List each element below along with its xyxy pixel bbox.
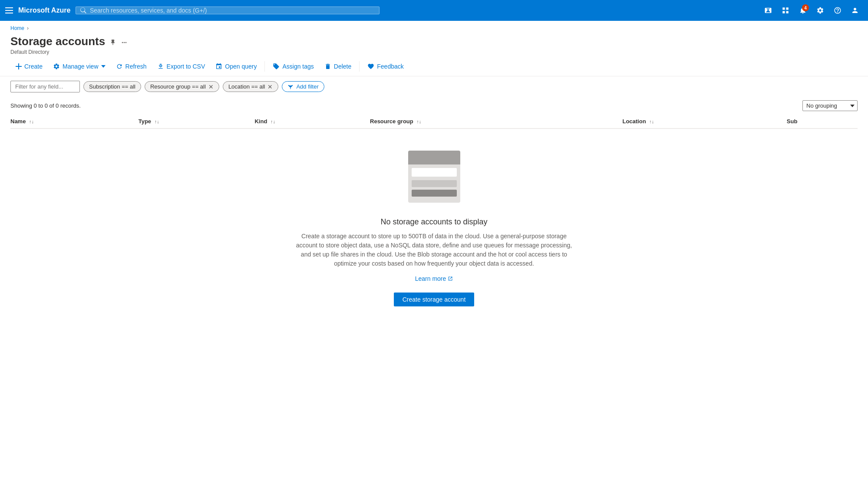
search-icon — [80, 7, 86, 13]
resource-group-filter[interactable]: Resource group == all ✕ — [145, 81, 219, 92]
directory-button[interactable] — [778, 3, 793, 18]
main-content: Home › Storage accounts Default Director… — [0, 21, 868, 490]
breadcrumb-home[interactable]: Home — [10, 25, 24, 31]
create-storage-account-button[interactable]: Create storage account — [394, 293, 475, 306]
notification-badge: 4 — [802, 4, 809, 11]
refresh-button[interactable]: Refresh — [112, 60, 151, 72]
empty-state: No storage accounts to display Create a … — [10, 129, 858, 332]
external-link-icon — [448, 276, 453, 281]
svg-rect-1 — [786, 7, 789, 10]
refresh-icon — [116, 63, 123, 70]
filter-input[interactable] — [10, 81, 80, 92]
location-filter[interactable]: Location == all ✕ — [223, 81, 279, 92]
svg-rect-3 — [786, 11, 789, 13]
help-button[interactable] — [830, 3, 845, 18]
topnav-icons: 4 — [760, 3, 863, 18]
brand-name: Microsoft Azure — [18, 7, 70, 14]
gear-icon — [53, 63, 60, 70]
breadcrumb: Home › — [0, 21, 868, 33]
add-filter-icon — [287, 84, 294, 90]
open-query-button[interactable]: Open query — [211, 60, 261, 72]
svg-rect-2 — [782, 11, 785, 13]
col-name[interactable]: Name ↑↓ — [10, 115, 139, 128]
resource-group-filter-close[interactable]: ✕ — [208, 84, 214, 90]
col-kind[interactable]: Kind ↑↓ — [254, 115, 370, 128]
page-subtitle: Default Directory — [10, 49, 128, 55]
col-location[interactable]: Location ↑↓ — [622, 115, 786, 128]
sort-rg-icon: ↑↓ — [416, 119, 421, 124]
svg-rect-6 — [408, 161, 460, 164]
breadcrumb-separator: › — [27, 25, 29, 31]
delete-icon — [324, 63, 331, 70]
empty-title: No storage accounts to display — [380, 217, 487, 227]
chevron-down-icon — [101, 65, 106, 68]
table-header: Name ↑↓ Type ↑↓ Kind ↑↓ Resource group ↑… — [10, 115, 858, 128]
svg-rect-0 — [782, 7, 785, 10]
col-type[interactable]: Type ↑↓ — [139, 115, 255, 128]
subscription-filter[interactable]: Subscription == all — [83, 81, 141, 92]
svg-rect-9 — [412, 190, 457, 197]
topnav: Microsoft Azure 4 — [0, 0, 868, 21]
export-csv-button[interactable]: Export to CSV — [153, 60, 210, 72]
page-title: Storage accounts — [10, 35, 105, 48]
filter-bar: Subscription == all Resource group == al… — [0, 76, 868, 97]
assign-tags-button[interactable]: Assign tags — [268, 60, 318, 72]
col-resource-group[interactable]: Resource group ↑↓ — [370, 115, 622, 128]
empty-description: Create a storage account to store up to … — [295, 232, 573, 268]
settings-button[interactable] — [812, 3, 828, 18]
manage-view-button[interactable]: Manage view — [49, 60, 110, 72]
toolbar-divider-1 — [264, 61, 265, 72]
data-table: Name ↑↓ Type ↑↓ Kind ↑↓ Resource group ↑… — [10, 115, 858, 129]
feedback-button[interactable]: Feedback — [363, 60, 408, 72]
create-button[interactable]: Create — [10, 60, 47, 72]
sort-kind-icon: ↑↓ — [271, 119, 275, 124]
delete-button[interactable]: Delete — [320, 60, 356, 72]
add-filter-button[interactable]: Add filter — [282, 81, 324, 92]
sort-name-icon: ↑↓ — [29, 119, 34, 124]
records-count: Showing 0 to 0 of 0 records. — [10, 102, 81, 109]
grouping-select[interactable]: No grouping Resource group Location Subs… — [802, 100, 858, 111]
query-icon — [215, 63, 222, 70]
cloud-shell-button[interactable] — [760, 3, 776, 18]
export-icon — [157, 63, 164, 70]
sort-location-icon: ↑↓ — [649, 119, 654, 124]
plus-icon — [15, 63, 22, 70]
toolbar-divider-2 — [359, 61, 360, 72]
toolbar: Create Manage view Refresh Export to CSV… — [0, 59, 868, 76]
hamburger-menu[interactable] — [5, 7, 13, 13]
sort-type-icon: ↑↓ — [155, 119, 159, 124]
table-area: Showing 0 to 0 of 0 records. No grouping… — [0, 97, 868, 332]
search-bar[interactable] — [76, 7, 380, 14]
pin-icon[interactable] — [109, 39, 116, 46]
learn-more-link[interactable]: Learn more — [415, 275, 453, 282]
account-button[interactable] — [847, 3, 863, 18]
svg-rect-8 — [412, 180, 457, 187]
empty-illustration — [399, 146, 469, 207]
search-input[interactable] — [90, 7, 375, 14]
notifications-button[interactable]: 4 — [795, 3, 811, 18]
more-icon[interactable] — [121, 39, 128, 46]
col-subscription[interactable]: Sub — [787, 115, 858, 128]
location-filter-close[interactable]: ✕ — [267, 84, 273, 90]
page-title-block: Storage accounts Default Directory — [10, 35, 128, 55]
svg-rect-7 — [412, 168, 457, 177]
feedback-icon — [367, 63, 374, 70]
page-header: Storage accounts Default Directory — [0, 33, 868, 59]
table-meta: Showing 0 to 0 of 0 records. No grouping… — [10, 97, 858, 115]
tag-icon — [273, 63, 280, 70]
